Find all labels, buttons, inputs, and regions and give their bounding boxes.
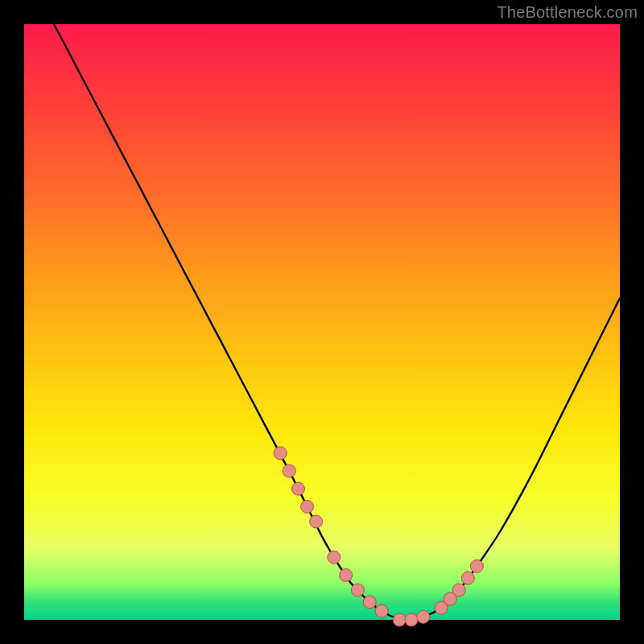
curve-marker [461,572,474,584]
curve-marker [291,482,304,495]
curve-marker [470,559,483,572]
bottleneck-curve [24,0,620,620]
curve-marker [452,584,465,597]
curve-marker [417,610,430,623]
curve-markers [274,447,483,626]
curve-marker [328,551,341,564]
chart-stage: TheBottleneck.com [0,0,644,644]
curve-marker [283,464,295,477]
curve-marker [375,605,388,617]
curve-marker [351,584,364,597]
curve-marker [274,447,287,460]
curve-marker [301,500,314,513]
curve-marker [310,515,323,528]
curve-marker [405,613,418,626]
attribution-text: TheBottleneck.com [497,3,638,22]
curve-marker [363,596,376,609]
curve-marker [340,569,353,582]
bottleneck-curve-plot [0,0,644,644]
curve-marker [393,613,406,626]
